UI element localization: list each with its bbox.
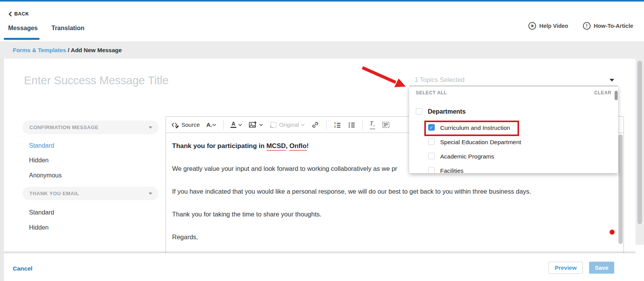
source-code-icon	[171, 121, 179, 129]
success-message-title-input[interactable]: Enter Success Message Title	[24, 74, 295, 87]
chevron-down-icon	[149, 192, 152, 195]
link-button[interactable]	[310, 120, 321, 130]
svg-text:1: 1	[334, 122, 336, 124]
chevron-down-icon	[259, 124, 263, 126]
alert-circle-icon	[583, 22, 591, 30]
save-button[interactable]: Save	[589, 262, 614, 274]
checkbox-special-education[interactable]	[428, 138, 435, 145]
chevron-down-icon	[238, 124, 242, 126]
font-style-icon: A✓	[207, 122, 211, 128]
page-gutter-left	[0, 59, 4, 281]
header-links: Help Video How-To-Article	[528, 22, 633, 30]
breadcrumb: Forms & Templates / Add New Message	[13, 41, 122, 59]
link-icon	[311, 121, 319, 129]
sidebar-item-hidden-confirmation[interactable]: Hidden	[29, 157, 49, 164]
font-color-button[interactable]: A	[229, 120, 243, 129]
breadcrumb-current: Add New Message	[71, 47, 122, 53]
toolbar-divider	[223, 120, 224, 130]
remove-format-button[interactable]: T×	[368, 119, 376, 130]
help-video-link[interactable]: Help Video	[528, 22, 568, 30]
checkbox-facilities[interactable]	[428, 167, 435, 173]
section-header-label: THANK YOU EMAIL	[29, 191, 79, 196]
page-scrollbar-thumb[interactable]	[637, 61, 642, 224]
cancel-button[interactable]: Cancel	[13, 265, 32, 272]
sidebar-item-standard-confirmation[interactable]: Standard	[29, 142, 54, 149]
breadcrumb-separator: /	[66, 47, 71, 53]
remove-format-icon: T×	[370, 121, 375, 129]
select-all-button[interactable]: SELECT ALL	[416, 90, 447, 95]
topics-select[interactable]: 1 Topics Selected	[409, 73, 618, 86]
show-blocks-button[interactable]	[380, 120, 392, 130]
source-button[interactable]: Source	[169, 120, 202, 130]
section-header-label: CONFIRMATION MESSAGE	[29, 124, 99, 130]
toolbar-divider	[362, 120, 363, 130]
misspelled-word: Onflo	[289, 142, 306, 151]
toolbar-divider	[326, 120, 326, 130]
resize-box-icon	[270, 121, 277, 129]
editor-paragraph: Thank you for taking the time to share y…	[172, 210, 617, 218]
misspelled-word: MCSD	[266, 142, 286, 151]
back-button[interactable]: BACK	[9, 11, 29, 17]
top-accent-bar	[0, 0, 644, 2]
numbered-list-button[interactable]: 1 2	[332, 120, 343, 130]
checkbox-departments[interactable]	[416, 108, 422, 115]
insert-image-button[interactable]	[247, 120, 265, 130]
topics-select-value: 1 Topics Selected	[415, 76, 465, 83]
tab-messages[interactable]: Messages	[8, 25, 38, 32]
option-facilities[interactable]: Facilities	[440, 167, 463, 173]
back-label: BACK	[14, 11, 29, 17]
how-to-article-label: How-To-Article	[594, 23, 633, 29]
dropdown-caret-icon	[610, 79, 614, 82]
chevron-down-icon	[301, 124, 305, 126]
sidebar-item-standard-thankyou[interactable]: Standard	[29, 209, 54, 216]
preview-button[interactable]: Preview	[548, 262, 583, 274]
chevron-down-icon	[149, 126, 152, 129]
app-window: BACK Messages Translation Help Video How…	[0, 0, 644, 281]
clear-button[interactable]: CLEAR	[594, 90, 612, 95]
editor-scrollbar-thumb[interactable]	[618, 135, 623, 244]
font-color-icon: A	[231, 121, 236, 128]
breadcrumb-link-forms-templates[interactable]: Forms & Templates	[13, 47, 66, 53]
editor-paragraph: Regards,	[172, 233, 617, 241]
section-header-thank-you-email[interactable]: THANK YOU EMAIL	[22, 187, 159, 200]
source-label: Source	[181, 121, 200, 128]
image-upload-icon	[249, 121, 257, 129]
image-size-label: Original	[279, 121, 299, 128]
image-size-button[interactable]: Original	[268, 120, 307, 130]
annotation-red-dot	[610, 230, 615, 235]
sidebar-item-hidden-thankyou[interactable]: Hidden	[29, 224, 49, 231]
show-blocks-icon	[382, 121, 390, 129]
chevron-left-icon	[9, 12, 12, 17]
sidebar-item-anonymous[interactable]: Anonymous	[29, 172, 62, 179]
editor-paragraph: If you have indicated that you would lik…	[172, 187, 617, 196]
topics-dropdown-panel: SELECT ALL CLEAR Departments Curriculum …	[409, 86, 618, 173]
tab-translation[interactable]: Translation	[51, 25, 84, 32]
font-style-button[interactable]: A✓	[205, 121, 218, 129]
play-circle-icon	[528, 22, 536, 30]
section-header-confirmation-message[interactable]: CONFIRMATION MESSAGE	[22, 121, 159, 134]
checkbox-academic-programs[interactable]	[428, 153, 435, 159]
option-academic-programs[interactable]: Academic Programs	[440, 153, 494, 160]
annotation-arrow	[358, 63, 412, 92]
how-to-article-link[interactable]: How-To-Article	[583, 22, 633, 30]
option-special-education[interactable]: Special Education Department	[440, 139, 521, 146]
annotation-highlight-box	[424, 121, 519, 136]
bulleted-list-button[interactable]	[346, 120, 357, 130]
help-video-label: Help Video	[539, 23, 568, 29]
svg-text:2: 2	[334, 125, 336, 128]
bulleted-list-icon	[348, 121, 355, 129]
active-tab-underline	[4, 38, 39, 40]
dropdown-actions: SELECT ALL CLEAR	[416, 90, 612, 95]
breadcrumb-band: Forms & Templates / Add New Message	[0, 41, 644, 59]
option-group-departments[interactable]: Departments	[428, 108, 466, 115]
dropdown-scrollbar-thumb[interactable]	[615, 91, 618, 100]
numbered-list-icon: 1 2	[333, 121, 341, 129]
